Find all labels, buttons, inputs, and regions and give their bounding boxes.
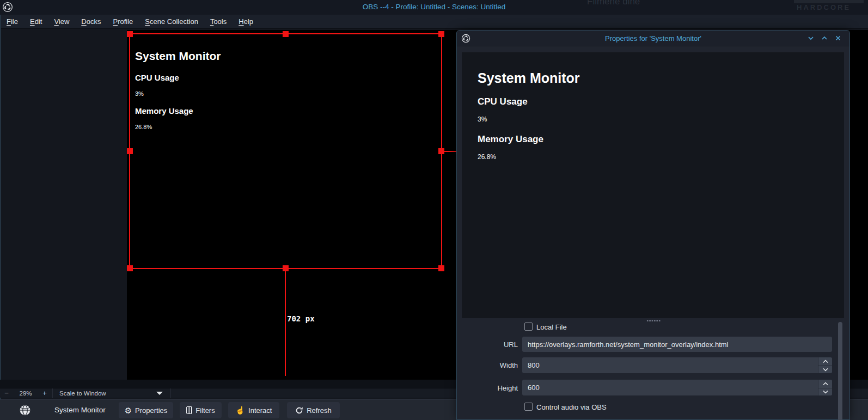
properties-button[interactable]: ⚙ Properties [119,402,173,418]
background-artifact-watermark: HARDCORE [797,3,851,11]
divider [52,388,53,398]
menu-file[interactable]: File [1,15,24,29]
preview-cpu-label: CPU Usage [478,96,528,107]
control-audio-label: Control audio via OBS [536,403,607,411]
zoom-in-button[interactable]: + [38,389,51,397]
preview-overlay-title: System Monitor [478,70,580,86]
height-spinner [818,380,832,395]
height-input[interactable] [522,380,832,395]
dialog-scrollbar[interactable] [838,322,842,420]
refresh-icon [295,406,303,415]
selected-source-name[interactable]: System Monitor [54,406,106,414]
resize-handle-middle-left[interactable] [127,148,133,154]
menu-bar: File Edit View Docks Profile Scene Colle… [0,15,868,29]
window-left-edge [0,15,1,420]
menu-help[interactable]: Help [233,15,259,29]
resize-handle-top-right[interactable] [438,31,444,37]
filters-button[interactable]: Filters [180,402,222,418]
preview-memory-label: Memory Usage [478,134,543,145]
preview-cpu-value: 3% [478,115,487,123]
menu-edit[interactable]: Edit [24,15,48,29]
gear-icon: ⚙ [125,406,132,415]
chevron-down-icon[interactable] [156,392,163,395]
local-file-label: Local File [536,323,567,331]
url-label: URL [487,340,518,349]
control-audio-checkbox[interactable] [524,403,533,411]
width-spinner [818,357,832,373]
dock-up-icon[interactable] [821,34,828,42]
url-input[interactable] [522,337,832,352]
zoom-out-button[interactable]: − [0,389,13,397]
menu-scene-collection[interactable]: Scene Collection [139,15,204,29]
resize-handle-bottom-left[interactable] [127,265,133,271]
dialog-title: Properties for 'System Monitor' [457,34,849,42]
menu-profile[interactable]: Profile [107,15,139,29]
spin-up-button[interactable] [818,357,832,366]
menu-docks[interactable]: Docks [75,15,107,29]
obs-window: OBS --4 - Profile: Untitled - Scenes: Un… [0,0,868,420]
resize-handle-top-center[interactable] [283,31,289,37]
browser-source-icon [20,405,30,416]
dock-down-icon[interactable] [807,34,815,42]
resize-handle-middle-right[interactable] [438,148,444,154]
hand-cursor-icon: ☝ [236,406,245,414]
scale-mode-dropdown[interactable]: Scale to Window [54,390,118,397]
window-title: OBS --4 - Profile: Untitled - Scenes: Un… [0,3,868,11]
divider [170,388,171,398]
menu-view[interactable]: View [48,15,75,29]
menu-tools[interactable]: Tools [204,15,233,29]
width-label: Width [487,361,518,369]
spin-down-button[interactable] [818,366,832,374]
spin-down-button[interactable] [818,388,832,396]
resize-handle-bottom-right[interactable] [438,265,444,271]
source-selection-box[interactable] [129,33,442,269]
dialog-titlebar: Properties for 'System Monitor' [457,31,849,46]
spin-up-button[interactable] [818,380,832,388]
width-input[interactable] [522,357,832,373]
interact-button[interactable]: ☝ Interact [228,402,279,418]
preview-memory-value: 26.8% [478,153,496,161]
properties-dialog: Properties for 'System Monitor' System M… [456,30,850,420]
window-titlebar: OBS --4 - Profile: Untitled - Scenes: Un… [0,0,868,15]
splitter-drag-handle[interactable] [646,320,661,322]
measurement-line-vertical [285,268,286,376]
local-file-checkbox[interactable] [524,322,533,331]
measurement-label: 702 px [287,314,315,323]
source-preview-panel: System Monitor CPU Usage 3% Memory Usage… [462,52,844,318]
height-label: Height [487,384,518,392]
filters-icon [186,406,192,414]
resize-handle-top-left[interactable] [127,31,133,37]
refresh-button[interactable]: Refresh [287,402,340,418]
zoom-level: 29% [13,390,38,397]
background-artifact-text: Filmene dine [587,0,640,7]
close-icon[interactable] [834,34,842,42]
